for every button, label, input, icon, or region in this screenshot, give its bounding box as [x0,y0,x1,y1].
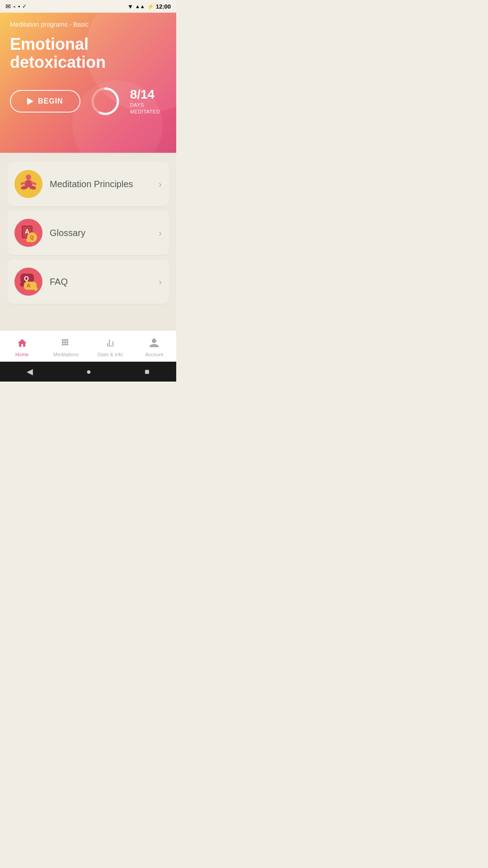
svg-text:Q: Q [24,275,29,282]
principles-icon [14,170,42,198]
principles-arrow: › [159,179,162,189]
days-info: 8/14 DAYS MEDITATED [130,88,160,114]
svg-point-21 [34,287,38,291]
status-left-icons: ✉ ● ▪ ✓ [5,3,27,10]
hero-subtitle: Meditation programs - Basic [10,21,166,28]
nav-label-meditations: Meditations [53,352,79,357]
nav-item-meditations[interactable]: Meditations [44,335,89,357]
days-number: 8/14 [130,88,160,101]
progress-circle [89,85,121,117]
account-icon [149,338,160,350]
nav-label-home: Home [15,352,28,357]
nav-label-account: Account [145,352,163,357]
svg-point-2 [26,175,31,180]
begin-button[interactable]: BEGIN [10,90,80,113]
signal-icon: ▲▲ [135,4,145,9]
play-icon [27,98,33,105]
recent-button[interactable]: ■ [145,367,150,377]
days-label-2: MEDITATED [130,109,160,114]
faq-arrow: › [159,277,162,287]
battery-icon: ⚡ [147,3,154,10]
wifi-icon: ▼ [127,3,133,10]
svg-point-0 [93,89,118,114]
back-button[interactable]: ◀ [27,367,33,377]
nav-item-stats[interactable]: Stats & Info [88,335,132,357]
stats-icon [105,338,116,350]
glossary-icon: A Q [14,219,42,247]
nav-label-stats: Stats & Info [97,352,123,357]
sd-icon: ▪ [18,3,20,9]
list-item-glossary[interactable]: A Q Glossary › [7,211,169,255]
list-item-principles[interactable]: Meditation Principles › [7,162,169,206]
bottom-nav: Home Meditations Stats & Info [0,330,176,362]
nav-item-account[interactable]: Account [132,335,177,357]
email-icon: ✉ [5,3,11,10]
days-label-1: DAYS [130,102,160,108]
hero-title: Emotional detoxication [10,35,136,71]
hero-bottom: BEGIN 8/14 DAYS MEDITATED [10,85,166,117]
faq-label: FAQ [50,277,151,287]
begin-label: BEGIN [38,97,63,105]
home-icon [17,338,28,350]
meditations-icon [61,338,71,350]
svg-point-18 [20,282,24,287]
list-item-faq[interactable]: Q A FAQ › [7,259,169,304]
svg-text:Q: Q [30,235,34,240]
principles-label: Meditation Principles [50,179,151,189]
svg-point-1 [93,89,118,114]
svg-text:A: A [27,283,31,289]
glossary-label: Glossary [50,228,151,238]
check-icon: ✓ [22,3,27,9]
nav-item-home[interactable]: Home [0,335,44,357]
glossary-arrow: › [159,228,162,238]
svg-point-9 [34,183,37,185]
android-nav-bar: ◀ ● ■ [0,362,176,382]
dot-icon: ● [13,4,16,9]
status-right-icons: ▼ ▲▲ ⚡ 12:00 [127,3,171,10]
hero-section: Meditation programs - Basic Emotional de… [0,13,176,153]
svg-point-8 [21,183,23,185]
clock: 12:00 [156,3,171,10]
status-bar: ✉ ● ▪ ✓ ▼ ▲▲ ⚡ 12:00 [0,0,176,13]
home-button[interactable]: ● [86,367,91,377]
faq-icon: Q A [14,268,42,296]
